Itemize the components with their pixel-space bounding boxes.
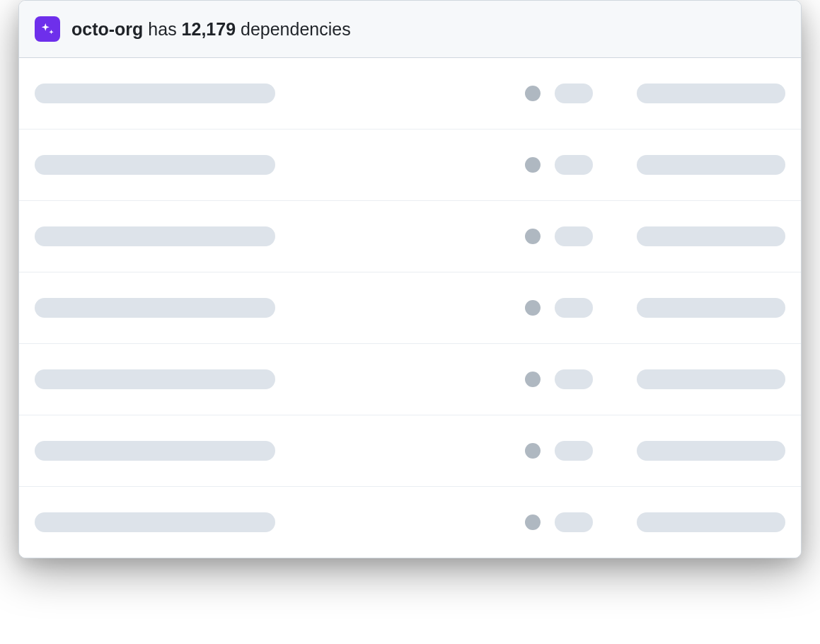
org-name: octo-org (71, 19, 143, 39)
skeleton-pill (555, 84, 593, 103)
skeleton-name (35, 298, 275, 318)
skeleton-name (35, 226, 275, 246)
list-item (19, 415, 801, 487)
suffix-text: dependencies (236, 19, 351, 39)
status-dot (525, 372, 541, 387)
header-title: octo-org has 12,179 dependencies (71, 19, 351, 40)
list-item (19, 487, 801, 558)
skeleton-pill (555, 369, 593, 389)
skeleton-name (35, 155, 275, 175)
dependencies-card: octo-org has 12,179 dependencies (18, 0, 802, 558)
skeleton-pill (555, 441, 593, 461)
skeleton-name (35, 84, 275, 103)
skeleton-pill (555, 226, 593, 246)
skeleton-meta (637, 441, 785, 461)
skeleton-name (35, 441, 275, 461)
skeleton-pill (555, 512, 593, 532)
status-dot (525, 157, 541, 173)
dependency-list (19, 58, 801, 558)
status-dot (525, 229, 541, 244)
skeleton-pill (555, 155, 593, 175)
card-header: octo-org has 12,179 dependencies (19, 1, 801, 58)
list-item (19, 130, 801, 201)
status-dot (525, 300, 541, 316)
skeleton-name (35, 369, 275, 389)
skeleton-meta (637, 155, 785, 175)
list-item (19, 272, 801, 344)
sparkle-icon (35, 16, 60, 42)
status-dot (525, 86, 541, 101)
skeleton-meta (637, 369, 785, 389)
skeleton-meta (637, 84, 785, 103)
skeleton-meta (637, 298, 785, 318)
dependency-count: 12,179 (182, 19, 236, 39)
list-item (19, 344, 801, 415)
skeleton-meta (637, 226, 785, 246)
list-item (19, 58, 801, 130)
skeleton-pill (555, 298, 593, 318)
list-item (19, 201, 801, 272)
skeleton-name (35, 512, 275, 532)
skeleton-meta (637, 512, 785, 532)
has-text: has (143, 19, 181, 39)
status-dot (525, 443, 541, 459)
status-dot (525, 514, 541, 530)
